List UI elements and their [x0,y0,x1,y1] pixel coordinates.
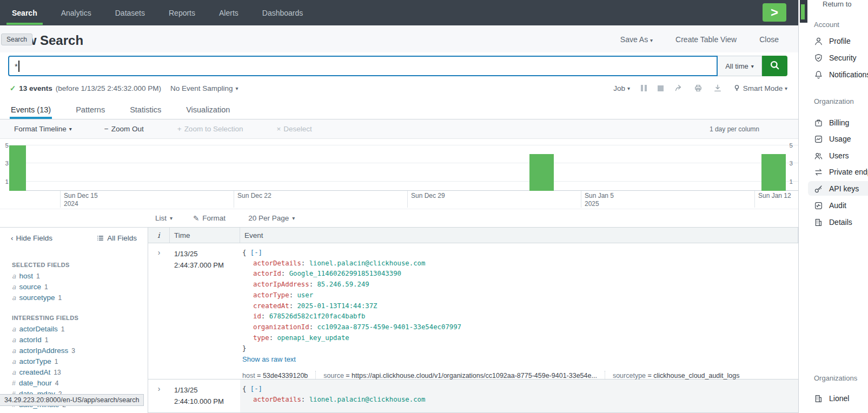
deselect-button[interactable]: × Deselect [276,125,312,133]
splunk-logo-icon[interactable]: > [763,3,786,22]
zoom-to-selection-button[interactable]: + Zoom to Selection [177,125,243,133]
timeline-controls: Format Timeline ▾ − Zoom Out + Zoom to S… [0,119,798,139]
return-to-link[interactable]: Return to [823,0,851,9]
events-table-header: i Time Event [148,227,798,243]
job-status-row: ✓ 13 events (before 1/13/25 2:45:32.000 … [0,80,798,96]
histogram-bar[interactable] [529,154,554,191]
smart-mode-dropdown[interactable]: Smart Mode ▾ [733,84,787,92]
create-table-view-button[interactable]: Create Table View [675,35,737,44]
print-icon[interactable] [694,84,703,92]
nav-item-alerts[interactable]: Alerts [207,0,250,25]
menu-item-details[interactable]: Details [814,215,852,229]
pause-icon[interactable] [641,85,647,91]
field-item-actorType[interactable]: aactorType1 [12,356,148,367]
menu-item-profile[interactable]: Profile [814,34,851,48]
usage-chart-icon [814,135,823,144]
organizations-section-header: Organizations [814,374,857,382]
event-json: { [-] actorDetails: lionel.palacin@click… [242,248,791,354]
per-page-dropdown[interactable]: 20 Per Page ▾ [248,214,295,222]
field-item-createdAt[interactable]: acreatedAt13 [12,367,148,378]
expand-row-icon[interactable]: › [148,243,170,379]
nav-item-reports[interactable]: Reports [157,0,207,25]
window-edge-fragment [800,0,807,23]
users-icon [814,151,823,161]
menu-item-billing[interactable]: Billing [814,116,849,130]
format-results-button[interactable]: ✎ Format [193,214,226,223]
caret-down-icon: ▾ [236,85,238,91]
zoom-out-button[interactable]: − Zoom Out [104,125,144,133]
chevron-left-icon: ‹ [11,234,14,242]
x-axis-tick [407,191,408,208]
caret-down-icon: ▾ [751,63,754,69]
close-button[interactable]: Close [759,35,779,44]
caret-down-icon: ▾ [785,85,787,91]
caret-down-icon: ▾ [69,126,72,132]
job-menu-button[interactable]: Job ▾ [613,84,630,92]
search-tooltip: Search [1,34,32,45]
caret-down-icon: ▾ [292,215,295,221]
nav-item-datasets[interactable]: Datasets [103,0,157,25]
stop-icon[interactable] [658,85,664,91]
format-timeline-dropdown[interactable]: Format Timeline ▾ [14,125,72,133]
caret-down-icon: ▾ [170,215,173,221]
time-column-header: Time [170,228,240,243]
histogram-bar[interactable] [761,154,786,191]
nav-item-search[interactable]: Search [0,0,49,25]
field-item-actorDetails[interactable]: aactorDetails1 [12,324,148,335]
y-axis-label: 3 [790,160,793,166]
menu-item-organization-lionel[interactable]: Lionel [814,391,849,405]
nav-item-analytics[interactable]: Analytics [49,0,103,25]
histogram-bar[interactable] [9,145,26,191]
download-icon[interactable] [713,84,722,92]
event-cell: { [-] actorDetails: lionel.palacin@click… [240,243,798,379]
tab-visualization[interactable]: Visualization [185,100,231,119]
search-query-text: * [15,62,18,71]
event-row: › 1/13/25 2:44:37.000 PM { [-] actorDeta… [148,243,798,379]
menu-item-users[interactable]: Users [814,149,849,163]
account-section-header: Account [814,21,839,29]
info-column-header: i [148,228,170,243]
timeline-chart-plot: 113355 [0,139,798,191]
event-time: 1/13/25 2:44:37.000 PM [170,243,240,379]
share-icon[interactable] [674,84,683,92]
tab-events[interactable]: Events (13) [10,100,52,119]
event-sampling-dropdown[interactable]: No Event Sampling ▾ [170,80,238,96]
x-axis-tick [754,191,755,208]
tab-statistics[interactable]: Statistics [129,100,162,119]
menu-item-api-keys[interactable]: API keys [814,182,859,196]
all-fields-button[interactable]: All Fields [96,234,137,242]
collapse-json-link[interactable]: [-] [250,249,262,256]
list-view-dropdown[interactable]: List ▾ [155,214,173,222]
hide-fields-button[interactable]: ‹ Hide Fields [11,234,52,242]
screen: Search Analytics Datasets Reports Alerts… [0,0,868,413]
events-detail: (before 1/13/25 2:45:32.000 PM) [56,84,161,92]
timeline-chart-axis: Sun Dec 152024Sun Dec 22Sun Dec 29Sun Ja… [0,191,798,209]
field-item-date_hour[interactable]: #date_hour4 [12,378,148,389]
collapse-json-link[interactable]: [-] [250,385,262,392]
menu-item-security[interactable]: Security [814,51,857,65]
nav-item-dashboards[interactable]: Dashboards [250,0,315,25]
show-raw-text-link[interactable]: Show as raw text [242,355,296,363]
field-item-host[interactable]: ahost1 [12,271,148,282]
caret-down-icon: ▾ [627,85,630,91]
fields-sidebar: ‹ Hide Fields All Fields SELECTED FIELDS… [0,227,148,413]
time-range-picker[interactable]: All time ▾ [718,56,762,76]
timeline-scale-note: 1 day per column [710,125,759,133]
menu-item-private-endpoints[interactable]: Private endpoints [814,165,868,179]
expand-row-icon[interactable]: › [148,379,170,412]
menu-item-audit[interactable]: Audit [814,198,846,212]
field-item-actorIpAddress[interactable]: aactorIpAddress3 [12,345,148,356]
events-summary: ✓ 13 events (before 1/13/25 2:45:32.000 … [10,80,161,96]
event-row: › 1/13/25 2:44:10.000 PM { [-] actorDeta… [148,379,798,413]
billing-icon [814,118,823,128]
field-item-sourcetype[interactable]: asourcetype1 [12,292,148,303]
menu-item-usage[interactable]: Usage [814,132,851,146]
search-submit-button[interactable] [762,56,787,76]
splunk-window: Search Analytics Datasets Reports Alerts… [0,0,798,413]
menu-item-notifications[interactable]: Notifications [814,68,868,82]
field-item-source[interactable]: asource1 [12,282,148,292]
tab-patterns[interactable]: Patterns [75,100,106,119]
field-item-actorId[interactable]: aactorId1 [12,335,148,345]
save-as-button[interactable]: Save As ▾ [620,35,653,44]
search-input[interactable]: * [8,56,718,76]
